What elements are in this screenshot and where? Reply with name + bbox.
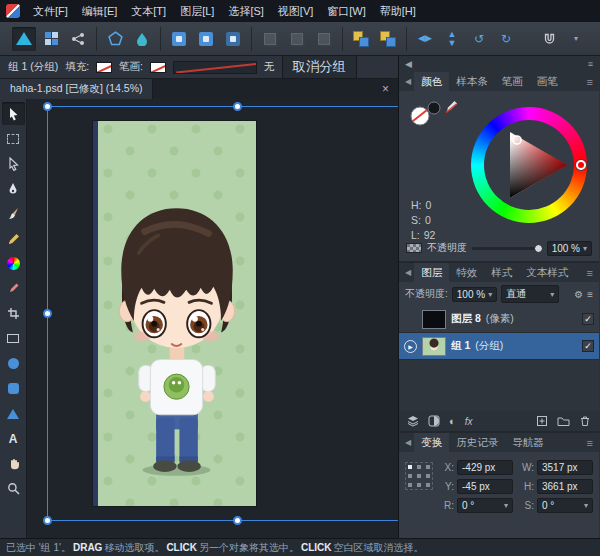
tab-effects[interactable]: 特效 [449,263,484,282]
tab-layers[interactable]: 图层 [414,263,449,282]
selection-handle-top-left[interactable] [43,102,52,111]
transform-panel-menu-icon[interactable]: ≡ [584,437,596,449]
boolean-subtract-icon[interactable] [376,27,400,51]
flip-vertical-icon[interactable]: ▲▼ [440,27,464,51]
insert-normal-icon[interactable] [167,27,191,51]
tab-text-styles[interactable]: 文本样式 [519,263,575,282]
stroke-style-preview[interactable] [173,61,257,74]
tab-color[interactable]: 颜色 [414,72,449,91]
panel-menu-icon[interactable]: ≡ [588,59,593,69]
rotate-cw-icon[interactable]: ↻ [494,27,518,51]
layer-row-pixel[interactable]: 图层 8 (像素) ✓ [399,306,599,333]
color-dropper-icon[interactable] [443,99,459,115]
menu-window[interactable]: 窗口[W] [320,0,373,22]
hand-tool[interactable] [2,452,25,475]
designer-persona-icon[interactable] [12,27,36,51]
menu-layer[interactable]: 图层[L] [173,0,221,22]
color-opacity-slider[interactable] [472,247,542,250]
eyedropper-tool[interactable] [2,277,25,300]
layer-effects-fx-icon[interactable]: fx [465,416,473,427]
layer-list[interactable]: 图层 8 (像素) ✓ ▶ 组 1 (分组) ✓ [399,306,599,411]
triangle-tool[interactable] [2,402,25,425]
layer-stack-icon[interactable] [407,415,419,427]
collapse-panel-icon[interactable]: ◀ [405,59,412,69]
ellipse-tool[interactable] [2,352,25,375]
w-input[interactable]: 3517 px [537,460,593,475]
s-input[interactable]: 0 °▾ [537,498,593,513]
y-input[interactable]: -45 px [457,479,513,494]
selection-handle-top-center[interactable] [233,102,242,111]
rounded-rectangle-tool[interactable] [2,377,25,400]
h-input[interactable]: 3661 px [537,479,593,494]
layer-visibility-checkbox[interactable]: ✓ [582,340,594,352]
fill-swatch[interactable] [96,62,112,73]
export-persona-icon[interactable] [66,27,90,51]
fluid-droplet-icon[interactable] [130,27,154,51]
color-panel-menu-icon[interactable]: ≡ [584,76,596,88]
blend-mode-dropdown[interactable]: 直通▾ [501,285,559,303]
menu-help[interactable]: 帮助[H] [373,0,423,22]
selection-handle-bottom-left[interactable] [43,516,52,525]
selection-handle-bottom-center[interactable] [233,516,242,525]
adjustment-layer-icon[interactable]: ◐ [449,415,456,427]
tab-stroke[interactable]: 笔画 [495,72,530,91]
tab-brushes[interactable]: 画笔 [530,72,565,91]
move-to-front-icon[interactable] [312,27,336,51]
rotate-ccw-icon[interactable]: ↺ [467,27,491,51]
selection-handle-middle-left[interactable] [43,309,52,318]
tab-styles[interactable]: 样式 [484,263,519,282]
tab-scroll-left-icon[interactable]: ◀ [402,438,414,447]
document-tab[interactable]: haha-1.psd [已修改] (14.5%) [0,79,153,99]
boolean-add-icon[interactable] [349,27,373,51]
move-tool[interactable] [2,102,25,125]
tab-history[interactable]: 历史记录 [449,433,505,452]
new-group-icon[interactable] [557,415,570,427]
tab-scroll-left-icon[interactable]: ◀ [402,77,414,86]
new-layer-icon[interactable] [536,415,548,427]
insert-behind-icon[interactable] [221,27,245,51]
tab-close-button[interactable]: × [373,82,398,96]
menu-text[interactable]: 文本[T] [124,0,173,22]
rectangle-tool[interactable] [2,327,25,350]
delete-layer-icon[interactable] [579,415,591,427]
toolbar-more-dropdown[interactable]: ▾ [564,27,588,51]
node-tool[interactable] [2,152,25,175]
color-triangle[interactable] [484,120,574,210]
color-wheel[interactable] [471,107,587,223]
color-opacity-value[interactable]: 100 %▾ [547,241,592,256]
layers-options-menu-icon[interactable]: ≡ [587,289,593,300]
layer-row-group[interactable]: ▶ 组 1 (分组) ✓ [399,333,599,360]
layers-opacity-dropdown[interactable]: 100 %▾ [452,287,497,302]
menu-view[interactable]: 视图[V] [271,0,320,22]
layer-visibility-checkbox[interactable]: ✓ [582,313,594,325]
tab-scroll-left-icon[interactable]: ◀ [402,268,414,277]
pixel-persona-icon[interactable] [39,27,63,51]
pentagon-shape-icon[interactable] [103,27,127,51]
tab-swatches[interactable]: 样本条 [449,72,495,91]
move-to-back-icon[interactable] [258,27,282,51]
layer-settings-gear-icon[interactable]: ⚙ [574,289,583,300]
text-tool[interactable]: A [2,427,25,450]
pen-tool[interactable] [2,177,25,200]
snapping-magnet-icon[interactable] [537,27,561,51]
insert-inside-icon[interactable] [194,27,218,51]
tab-transform[interactable]: 变换 [414,433,449,452]
zoom-tool[interactable] [2,477,25,500]
r-input[interactable]: 0 °▾ [457,498,513,513]
crop-tool[interactable] [2,302,25,325]
artboard-tool[interactable] [2,127,25,150]
expand-group-icon[interactable]: ▶ [404,340,417,353]
flip-horizontal-icon[interactable]: ◀▶ [413,27,437,51]
pencil-tool[interactable] [2,227,25,250]
stroke-swatch[interactable] [150,62,166,73]
menu-edit[interactable]: 编辑[E] [75,0,124,22]
mask-layer-icon[interactable] [428,415,440,427]
move-back-one-icon[interactable] [285,27,309,51]
x-input[interactable]: -429 px [457,460,513,475]
canvas[interactable] [27,99,398,538]
ungroup-button[interactable]: 取消分组 [282,55,357,79]
anchor-point-selector[interactable] [405,462,433,490]
tab-navigator[interactable]: 导航器 [505,433,551,452]
brush-tool[interactable] [2,202,25,225]
gradient-tool[interactable] [2,252,25,275]
